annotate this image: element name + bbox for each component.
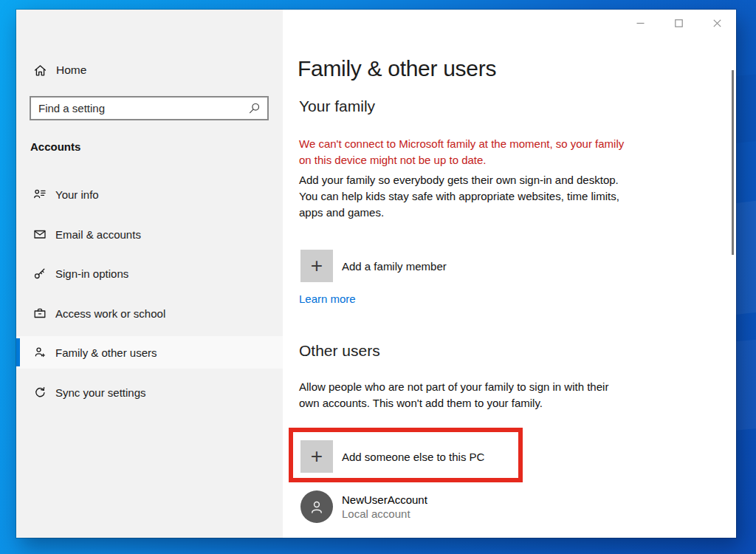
user-name: NewUserAccount: [342, 493, 427, 506]
sidebar-item-email-accounts[interactable]: Email & accounts: [16, 218, 283, 250]
contact-card-icon: [33, 188, 47, 201]
person-icon: [308, 498, 326, 516]
user-account-type: Local account: [342, 507, 427, 520]
scrollbar[interactable]: [732, 70, 734, 255]
avatar: [300, 490, 333, 523]
selected-indicator: [16, 338, 20, 366]
family-connect-warning: We can't connect to Microsoft family at …: [299, 136, 690, 168]
home-label: Home: [56, 64, 86, 77]
plus-tile-icon: +: [300, 250, 333, 282]
mail-icon: [33, 228, 47, 241]
minimize-icon: [636, 19, 645, 27]
window-controls: [621, 10, 736, 36]
settings-window: Settings Home: [16, 10, 736, 538]
sidebar-item-access-work-school[interactable]: Access work or school: [16, 297, 283, 329]
add-family-member-button[interactable]: + Add a family member: [300, 250, 447, 282]
other-users-heading: Other users: [299, 342, 380, 360]
learn-more-link[interactable]: Learn more: [299, 293, 356, 305]
briefcase-icon: [33, 307, 47, 320]
sidebar-item-home[interactable]: Home: [16, 54, 283, 86]
key-icon: [33, 267, 47, 280]
close-button[interactable]: [698, 10, 736, 36]
sidebar-item-family-other-users[interactable]: Family & other users: [16, 336, 283, 369]
add-someone-else-button[interactable]: + Add someone else to this PC: [300, 440, 484, 473]
sidebar-item-your-info[interactable]: Your info: [16, 178, 283, 211]
person-add-icon: [33, 346, 47, 359]
sidebar-item-sync-settings[interactable]: Sync your settings: [16, 376, 283, 408]
sidebar: Home Accounts Your info: [16, 10, 283, 538]
maximize-button[interactable]: [659, 10, 698, 36]
your-family-description: Add your family so everybody gets their …: [299, 172, 690, 221]
close-icon: [713, 19, 721, 27]
sync-icon: [33, 386, 47, 399]
home-icon: [33, 64, 47, 78]
search-box: [30, 96, 269, 120]
user-meta: NewUserAccount Local account: [342, 490, 427, 523]
minimize-button[interactable]: [621, 10, 659, 36]
search-icon: [248, 102, 261, 114]
plus-tile-icon: +: [300, 440, 333, 473]
user-account-row[interactable]: NewUserAccount Local account: [300, 490, 427, 523]
other-users-description: Allow people who are not part of your fa…: [299, 379, 690, 411]
your-family-heading: Your family: [299, 98, 375, 115]
section-header-accounts: Accounts: [30, 140, 80, 153]
page-title: Family & other users: [298, 56, 496, 81]
desktop-background: Settings Home: [0, 0, 756, 554]
sidebar-item-sign-in-options[interactable]: Sign-in options: [16, 257, 283, 290]
search-input[interactable]: [31, 98, 248, 119]
maximize-icon: [675, 19, 683, 27]
